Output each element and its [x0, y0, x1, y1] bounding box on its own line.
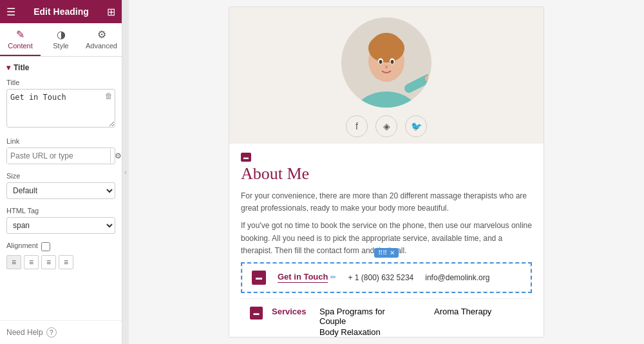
help-section: Need Help ?: [0, 320, 122, 344]
person-illustration: [345, 17, 428, 108]
link-input[interactable]: [7, 148, 110, 164]
section-header-title: Title: [6, 63, 115, 72]
alignment-buttons: ≡ ≡ ≡ ≡: [6, 255, 115, 269]
help-text: Need Help: [6, 328, 43, 337]
size-field-label: Size: [6, 172, 115, 180]
collapse-handle[interactable]: ‹: [122, 0, 129, 344]
size-select[interactable]: Default Small Medium Large: [6, 182, 115, 199]
right-panel: f ◈ 🐦 ▬ About Me For your conven: [129, 0, 644, 344]
html-tag-select[interactable]: span h1h2h3divp: [6, 217, 115, 234]
selection-toolbar: ⠿⠿ ✕: [374, 248, 399, 258]
link-settings-icon[interactable]: ⚙: [110, 149, 122, 163]
service-item-2: Aroma Therapy: [434, 307, 523, 326]
services-icon-box: ▬: [250, 307, 263, 320]
service-item-3: Body Relaxation: [319, 327, 408, 337]
twitter-button[interactable]: 🐦: [405, 115, 427, 137]
tabs-row: ✎ Content ◑ Style ⚙ Advanced: [0, 23, 122, 57]
title-delete-icon[interactable]: 🗑: [105, 91, 113, 100]
title-field-label: Title: [6, 79, 115, 86]
link-field-label: Link: [6, 137, 115, 145]
align-left-button[interactable]: ≡: [6, 255, 21, 269]
preview-container: f ◈ 🐦 ▬ About Me For your conven: [229, 6, 544, 338]
content-icon: ✎: [16, 28, 24, 41]
size-field-group: Size Default Small Medium Large: [6, 172, 115, 199]
title-field-group: Title Get in Touch 🗑: [6, 79, 115, 129]
tab-advanced[interactable]: ⚙ Advanced: [81, 23, 122, 56]
contact-heading-wrapper: Get in Touch ✏: [278, 272, 336, 283]
alignment-field-label: Alignment: [6, 242, 38, 249]
twitter-icon: 🐦: [411, 121, 422, 131]
about-section: ▬ About Me For your convenience, there a…: [229, 144, 544, 338]
social-row: f ◈ 🐦: [346, 108, 427, 144]
tab-content[interactable]: ✎ Content: [0, 23, 41, 56]
facebook-button[interactable]: f: [346, 115, 368, 137]
svg-point-11: [391, 60, 394, 64]
contact-bar-wrapper: ⠿⠿ ✕ ▬ Get in Touch ✏ + 1 (800) 632 5234…: [241, 262, 532, 293]
contact-email: info@demolink.org: [425, 273, 489, 282]
contact-bar: ▬ Get in Touch ✏ + 1 (800) 632 5234 info…: [242, 263, 531, 292]
services-box-icon: ▬: [254, 310, 260, 316]
left-panel: ☰ Edit Heading ⊞ ✎ Content ◑ Style ⚙ Adv…: [0, 0, 122, 344]
alignment-field-group: Alignment ≡ ≡ ≡ ≡: [6, 242, 115, 269]
tab-content-label: Content: [8, 42, 33, 50]
html-tag-field-group: HTML Tag span h1h2h3divp: [6, 207, 115, 234]
contact-heading: Get in Touch: [278, 272, 328, 283]
contact-bar-selection: ▬ Get in Touch ✏ + 1 (800) 632 5234 info…: [241, 262, 532, 293]
title-textarea[interactable]: Get in Touch: [6, 89, 115, 128]
hamburger-icon[interactable]: ☰: [6, 6, 15, 18]
about-title-highlight: Me: [287, 164, 310, 183]
about-title-prefix: About: [241, 164, 287, 183]
about-paragraph-1: For your convenience, there are more tha…: [241, 190, 532, 215]
top-bar: ☰ Edit Heading ⊞: [0, 0, 122, 23]
style-icon: ◑: [57, 28, 66, 41]
avatar: [341, 17, 431, 108]
tab-advanced-label: Advanced: [86, 42, 117, 50]
advanced-icon: ⚙: [97, 28, 106, 41]
services-grid: Spa Programs for Couple Aroma Therapy Bo…: [319, 307, 523, 337]
title-textarea-wrapper: Get in Touch 🗑: [6, 89, 115, 129]
html-tag-field-label: HTML Tag: [6, 207, 115, 215]
tab-style[interactable]: ◑ Style: [41, 23, 81, 56]
toolbar-move-icon[interactable]: ⠿⠿: [378, 249, 387, 256]
align-center-button[interactable]: ≡: [24, 255, 39, 269]
alignment-label-row: Alignment: [6, 242, 115, 252]
instagram-button[interactable]: ◈: [375, 115, 397, 137]
align-right-button[interactable]: ≡: [41, 255, 56, 269]
tab-style-label: Style: [53, 42, 68, 50]
services-label: Services: [272, 307, 310, 316]
align-justify-button[interactable]: ≡: [59, 255, 73, 269]
svg-point-7: [377, 34, 395, 47]
service-item-1: Spa Programs for Couple: [319, 307, 408, 326]
contact-phone: + 1 (800) 632 5234: [348, 273, 413, 282]
panel-body: Title Title Get in Touch 🗑 Link ⚙ 🗑 Size…: [0, 57, 122, 320]
link-field-group: Link ⚙ 🗑: [6, 137, 115, 164]
section-badge: ▬: [241, 153, 251, 162]
panel-title: Edit Heading: [33, 6, 89, 17]
contact-icon-box: ▬: [252, 271, 266, 285]
link-input-group: ⚙ 🗑: [6, 148, 115, 164]
badge-icon: ▬: [243, 155, 249, 160]
contact-box-icon: ▬: [256, 274, 262, 281]
photo-section: f ◈ 🐦: [229, 7, 544, 144]
about-title: About Me: [241, 164, 532, 184]
edit-pen-icon[interactable]: ✏: [330, 273, 336, 282]
toolbar-close-icon[interactable]: ✕: [390, 249, 395, 256]
alignment-checkbox[interactable]: [41, 242, 50, 251]
grid-icon[interactable]: ⊞: [107, 6, 115, 18]
facebook-icon: f: [355, 121, 358, 131]
help-icon[interactable]: ?: [46, 327, 57, 338]
svg-line-13: [409, 79, 428, 88]
svg-point-10: [379, 60, 383, 64]
svg-point-12: [385, 66, 388, 69]
instagram-icon: ◈: [383, 121, 390, 131]
services-row: ▬ Services Spa Programs for Couple Aroma…: [241, 298, 532, 338]
svg-point-0: [353, 91, 420, 108]
